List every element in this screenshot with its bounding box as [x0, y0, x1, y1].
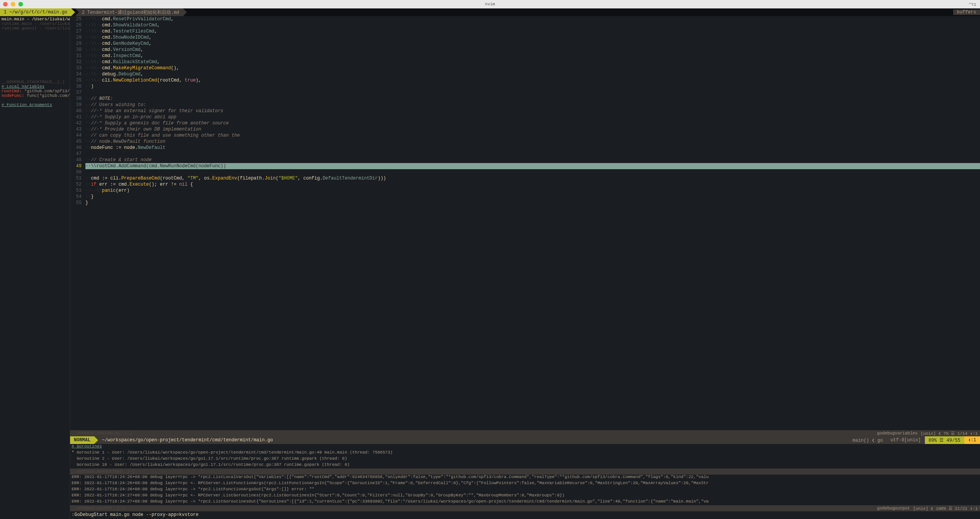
window-minimize-button[interactable] — [11, 2, 15, 7]
debug-vars-position: [unix] ❮ 7% ☰ 1/14 ⍿:1 — [921, 431, 978, 436]
code-line[interactable]: 53····\\panic(err) — [70, 188, 980, 194]
code-line[interactable]: 34··\\··debug.DebugCmd, — [70, 71, 980, 77]
tab-main-go[interactable]: 1 ~/w/g/o/t/c/t/main.go — [0, 8, 71, 16]
code-line[interactable]: 44··// can copy this file and use someth… — [70, 132, 980, 139]
vim-command-line[interactable]: :GoDebugStart main.go node --proxy-app=k… — [70, 511, 980, 519]
code-line[interactable]: 41··//·* Supply an in-proc abci app — [70, 114, 980, 120]
buffers-indicator[interactable]: buffers — [953, 10, 980, 15]
code-line[interactable]: 55} — [70, 200, 980, 206]
code-line[interactable]: 31··\\··cmd.InspectCmd, — [70, 53, 980, 59]
cursor-column: ⍿:1 — [964, 436, 980, 444]
debug-output-pane[interactable]: ERR: 2022-01-17T16:24:26+08:00 debug lay… — [70, 475, 980, 511]
code-line[interactable]: 51··cmd := cli.PrepareBaseCmd(rootCmd, "… — [70, 175, 980, 181]
debug-output-line: ERR: 2022-01-17T16:24:27+08:00 debug lay… — [70, 493, 980, 499]
stack-frame[interactable]: main.main - /Users/liukai/w — [2, 17, 68, 21]
code-line[interactable]: 54··} — [70, 194, 980, 200]
cursor-position: 89% ☰ 49/55 — [925, 436, 964, 444]
code-line[interactable]: 25··\\··cmd.ResetPrivValidatorCmd, — [70, 16, 980, 22]
stack-frame[interactable]: runtime.goexit - /Users/liu — [2, 26, 68, 31]
goroutine-entry[interactable]: Goroutine 2 - User: /Users/liukai/worksp… — [70, 456, 980, 462]
debug-output-line: ERR: 2022-01-17T16:24:26+08:00 debug lay… — [70, 481, 980, 487]
file-encoding: utf-8[unix] — [887, 436, 924, 444]
debug-vars-filename: godebugvariables — [877, 431, 918, 436]
file-path: ~/workspaces/go/open-project/tendermint/… — [94, 437, 276, 443]
debug-output-line: ERR: 2022-01-17T16:24:27+08:00 debug lay… — [70, 499, 980, 505]
code-line[interactable]: 52··if err := cmd.Execute(); err != nil … — [70, 181, 980, 188]
code-line[interactable]: 42··//·* Supply a genesis doc file from … — [70, 120, 980, 126]
titlebar-hint: ⌃⌥1 — [969, 2, 976, 7]
stack-frame[interactable]: runtime.main - /Users/liuka — [2, 21, 68, 26]
goroutines-pane[interactable]: # Goroutines * Goroutine 1 - User: /User… — [70, 444, 980, 475]
debug-variable[interactable]: rootCmd: *github.com/spf13/ — [2, 89, 68, 93]
goroutine-entry[interactable]: Goroutine 18 - User: /Users/liukai/works… — [70, 462, 980, 468]
function-context: main() ❮ go — [849, 436, 887, 444]
code-line[interactable]: 33··\\··cmd.MakeKeyMigrateCommand(), — [70, 65, 980, 71]
code-line[interactable]: 40··//·* Use an external signer for thei… — [70, 108, 980, 114]
goroutines-header: # Goroutines — [70, 444, 980, 450]
output-position: [unix] ❮ 100% ☰ 21/21 ⍿:1 — [913, 506, 978, 511]
code-line[interactable]: 28··\\··cmd.ShowNodeIDCmd, — [70, 34, 980, 41]
code-line[interactable]: 48··// Create & start node — [70, 157, 980, 163]
code-line[interactable]: 37 — [70, 90, 980, 96]
macos-titlebar: nvim ⌃⌥1 — [0, 0, 980, 8]
debug-variable[interactable]: nodeFunc: func(*github.com/ — [2, 93, 68, 98]
debug-variables-statusline: __GODEBUG_VARIABLES__[-] godebugvariable… — [70, 430, 980, 436]
code-line[interactable]: 38··// NOTE: — [70, 96, 980, 102]
tab-label: 1 ~/w/g/o/t/c/t/main.go — [4, 10, 67, 15]
code-line[interactable]: 43··//·* Provide their own DB implementa… — [70, 126, 980, 132]
code-line[interactable]: 45··// node.NewDefault function — [70, 139, 980, 145]
code-line[interactable]: 46··nodeFunc := node.NewDefault — [70, 145, 980, 151]
debug-output-line: ERR: 2022-01-17T16:24:26+08:00 debug lay… — [70, 487, 980, 493]
window-close-button[interactable] — [3, 2, 8, 7]
vim-mode-indicator: NORMAL — [70, 436, 94, 444]
code-line[interactable]: 47 — [70, 151, 980, 157]
code-line[interactable]: 29··\\··cmd.GenNodeKeyCmd, — [70, 41, 980, 47]
code-line[interactable]: 49··\\rootCmd.AddCommand(cmd.NewRunNodeC… — [70, 163, 980, 169]
debug-sidebar: main.main - /Users/liukai/wruntime.main … — [0, 16, 70, 519]
output-footer: __GODEBUG_OUTPUT__[-] — [70, 506, 125, 511]
code-editor[interactable]: 25··\\··cmd.ResetPrivValidatorCmd,26··\\… — [70, 16, 980, 430]
tab-label: 2 Tendermint-通过goland初始化和启动.md — [82, 9, 179, 16]
code-line[interactable]: 35··\\··cli.NewCompletionCmd(rootCmd, tr… — [70, 77, 980, 83]
stacktrace-header: __GODEBUG_STACKTRACE__[-] — [2, 80, 68, 84]
window-maximize-button[interactable] — [18, 2, 23, 7]
output-filename: godebugoutput — [877, 506, 910, 511]
main-statusline: NORMAL ~/workspaces/go/open-project/tend… — [70, 436, 980, 444]
tab-bar: 1 ~/w/g/o/t/c/t/main.go 2 Tendermint-通过g… — [0, 8, 980, 16]
code-line[interactable]: 27··\\··cmd.TestnetFilesCmd, — [70, 28, 980, 34]
goroutine-entry[interactable]: * Goroutine 1 - User: /Users/liukai/work… — [70, 450, 980, 456]
code-line[interactable]: 32··\\··cmd.RollbackStateCmd, — [70, 59, 980, 65]
function-arguments-header: # Function Arguments — [2, 103, 68, 107]
local-variables-header: # Local Variables — [2, 84, 68, 89]
tab-tendermint-md[interactable]: 2 Tendermint-通过goland初始化和启动.md — [75, 8, 183, 16]
code-line[interactable]: 30··\\··cmd.VersionCmd, — [70, 47, 980, 53]
window-title: nvim — [485, 2, 495, 7]
code-line[interactable]: 36··) — [70, 83, 980, 90]
debug-variables-header: __GODEBUG_VARIABLES__[-] — [70, 431, 132, 436]
debug-output-line: ERR: 2022-01-17T16:24:26+08:00 debug lay… — [70, 475, 980, 481]
code-line[interactable]: 50 — [70, 169, 980, 175]
goroutines-footer: __GODEBUG_GOROUTINES__[-] — [70, 469, 135, 474]
code-line[interactable]: 26··\\··cmd.ShowValidatorCmd, — [70, 22, 980, 28]
code-line[interactable]: 39··// Users wishing to: — [70, 102, 980, 108]
